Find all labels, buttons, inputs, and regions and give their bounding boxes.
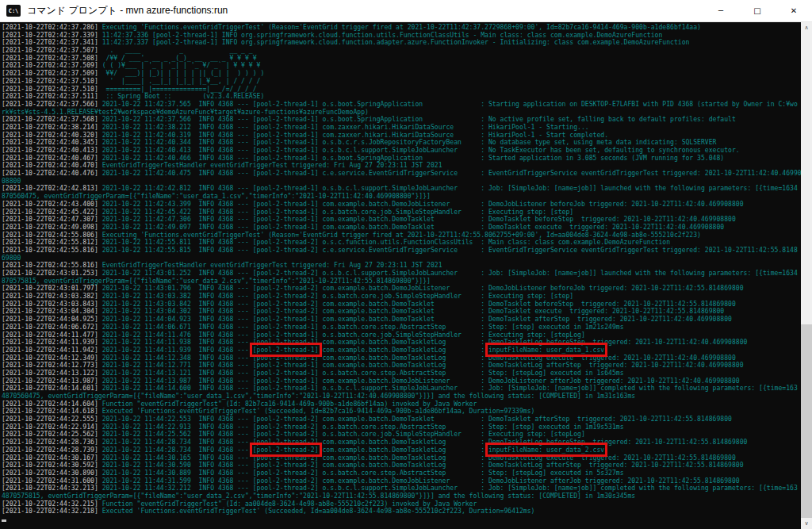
- log-timestamp: [2021-10-22T02:42:37.510]: [2, 77, 98, 85]
- log-text: 2021-10-22 11:42:40.466 INFO 4368 --- [p…: [98, 154, 724, 162]
- window-title: コマンド プロンプト - mvn azure-functions:run: [27, 4, 703, 17]
- log-text: . ____ _ __ _ _: [98, 46, 253, 54]
- log-timestamp: [2021-10-22T02:43:04.304]: [2, 307, 98, 315]
- log-text: 2021-10-22 11:42:40.413 INFO 4368 --- [p…: [98, 146, 740, 154]
- log-timestamp: [2021-10-22T02:44:22.555]: [2, 415, 98, 423]
- log-timestamp: [2021-10-22T02:42:37.511]: [2, 92, 98, 100]
- log-timestamp: [2021-10-22T02:42:37.286]: [2, 23, 98, 31]
- log-timestamp: [2021-10-22T02:42:55.806]: [2, 231, 98, 239]
- scroll-down-arrow-icon[interactable]: ∨: [801, 518, 812, 529]
- log-text: EventGridTriggerTestHandler eventGridTri…: [98, 161, 442, 169]
- log-timestamp: [2021-10-22T02:42:40.470]: [2, 161, 98, 169]
- log-text: 2021-10-22 11:44:32.212 INFO 4368 --- [p…: [98, 484, 798, 492]
- log-timestamp: [2021-10-22T02:44:30.890]: [2, 469, 98, 477]
- terminal-cursor: [2, 519, 6, 522]
- log-timestamp: [2021-10-22T02:42:40.467]: [2, 154, 98, 162]
- maximize-button[interactable]: □: [739, 0, 776, 21]
- log-timestamp: [2021-10-22T02:44:28.739]: [2, 446, 98, 454]
- log-text: 4870575815, eventGridTriggerParam=[{"fil…: [2, 492, 635, 500]
- scroll-up-arrow-icon[interactable]: ∧: [801, 22, 812, 33]
- titlebar[interactable]: C:\ コマンド プロンプト - mvn azure-functions:run…: [0, 0, 812, 22]
- log-text: 2021-10-22 11:44:13.121 INFO 4368 --- [p…: [98, 369, 624, 377]
- log-line: [2, 516, 801, 523]
- log-timestamp: [2021-10-22T02:44:14.604]: [2, 400, 98, 408]
- log-text: 2021-10-22 11:42:45.422 INFO 4368 --- [p…: [98, 208, 573, 216]
- close-button[interactable]: ✕: [776, 0, 812, 21]
- log-line: [2021-10-22T02:44:32.218] Executed 'Func…: [2, 508, 801, 516]
- log-timestamp: [2021-10-22T02:42:38.214]: [2, 123, 98, 131]
- log-line: [2021-10-22T02:42:40.476] 2021-10-22 11:…: [2, 170, 801, 178]
- log-timestamp: [2021-10-22T02:44:22.914]: [2, 423, 98, 431]
- log-text: 11:42:37.336 [pool-2-thread-1] INFO org.…: [98, 31, 662, 39]
- log-timestamp: [2021-10-22T02:43:03.382]: [2, 292, 98, 300]
- log-text: 2021-10-22 11:42:40.475 INFO 4368 --- [p…: [98, 169, 801, 177]
- log-text: 2021-10-22 11:44:28.734 INFO 4368 ---: [98, 446, 253, 454]
- log-text: /¥¥ / ___'_ __ _ _(_)_ __ __ _ ¥ ¥ ¥ ¥: [98, 54, 257, 62]
- log-timestamp: [2021-10-22T02:44:04.925]: [2, 315, 98, 323]
- log-text: 2021-10-22 11:44:12.771 INFO 4368 --- [p…: [98, 361, 744, 369]
- log-timestamp: [2021-10-22T02:44:12.349]: [2, 354, 98, 362]
- log-timestamp: [2021-10-22T02:44:11.939]: [2, 338, 98, 346]
- window-controls: ─ □ ✕: [703, 0, 812, 21]
- terminal-output[interactable]: [2021-10-22T02:42:37.286] Executing 'Fun…: [0, 22, 801, 529]
- log-text: 2021-10-22 11:44:06.671 INFO 4368 --- [p…: [98, 323, 624, 331]
- log-timestamp: [2021-10-22T02:42:40.345]: [2, 138, 98, 146]
- log-text: rk¥sts¥sts-4.5.1.RELEASE¥test2¥workspace…: [2, 108, 369, 116]
- minimize-button[interactable]: ─: [703, 0, 739, 21]
- log-text: ' |____| .__|_| |_|_| |_¥__, | / / / /: [98, 77, 261, 85]
- log-text: 2021-10-22 11:44:04.923 INFO 4368 --- [p…: [98, 315, 732, 323]
- highlight-input-file-2: inputFileName: user_data_2.csv: [488, 446, 604, 454]
- log-timestamp: [2021-10-22T02:42:37.341]: [2, 38, 98, 46]
- log-timestamp: [2021-10-22T02:42:55.812]: [2, 238, 98, 246]
- log-text: 2021-10-22 11:44:28.734 INFO 4368 --- [p…: [98, 438, 748, 446]
- log-timestamp: [2021-10-22T02:43:01.797]: [2, 284, 98, 292]
- log-text: ( ( )¥___ | '_ | '_| | '_ ¥/ _` | ¥ ¥ ¥ …: [98, 61, 261, 69]
- log-text: 2021-10-22 11:42:55.815 INFO 4368 --- [p…: [98, 246, 798, 254]
- log-text: Executing 'Functions.eventGridTriggerTes…: [98, 23, 701, 31]
- log-timestamp: [2021-10-22T02:44:28.736]: [2, 438, 98, 446]
- log-timestamp: [2021-10-22T02:44:32.218]: [2, 507, 98, 515]
- log-text: 2021-10-22 11:44:31.599 INFO 4368 --- [p…: [98, 477, 740, 485]
- log-text: Function "eventGridTriggerTest" (Id: aa0…: [98, 500, 477, 508]
- log-timestamp: [2021-10-22T02:44:32.213]: [2, 484, 98, 492]
- log-timestamp: [2021-10-22T02:44:13.122]: [2, 369, 98, 377]
- log-timestamp: [2021-10-22T02:44:32.215]: [2, 500, 98, 508]
- scrollbar-thumb[interactable]: [801, 324, 812, 518]
- log-text: Executed 'Functions.eventGridTriggerTest…: [98, 507, 535, 515]
- log-timestamp: [2021-10-22T02:42:37.510]: [2, 85, 98, 93]
- log-text: 08800: [2, 177, 21, 185]
- log-text: 2021-10-22 11:42:47.306 INFO 4368 --- [p…: [98, 215, 736, 223]
- log-timestamp: [2021-10-22T02:42:47.307]: [2, 215, 98, 223]
- log-text: :: Spring Boot :: (v2.3.4.RELEASE): [98, 92, 265, 100]
- log-text: 870560475, eventGridTriggerParam=[{"file…: [2, 192, 431, 200]
- cmd-prompt-icon: C:\: [6, 5, 21, 17]
- log-text: 2021-10-22 11:42:40.319 INFO 4368 --- [p…: [98, 131, 608, 139]
- log-text: 2021-10-22 11:44:22.913 INFO 4368 --- [p…: [98, 423, 624, 431]
- log-text: Executed 'Functions.eventGridTriggerTest…: [98, 407, 535, 415]
- cmd-window: C:\ コマンド プロンプト - mvn azure-functions:run…: [0, 0, 812, 529]
- log-timestamp: [2021-10-22T02:44:14.618]: [2, 407, 98, 415]
- log-timestamp: [2021-10-22T02:42:45.422]: [2, 208, 98, 216]
- log-text: 2021-10-22 11:44:30.165 INFO 4368 --- [p…: [98, 454, 736, 462]
- log-text: 2021-10-22 11:44:25.562 INFO 4368 --- [p…: [98, 430, 585, 438]
- log-text: com.example.batch.DemoTaskletLog :: [319, 346, 488, 354]
- log-text: 2021-10-22 11:42:37.565 INFO 4368 --- [p…: [98, 100, 798, 108]
- scrollbar-track[interactable]: [801, 33, 812, 518]
- log-timestamp: [2021-10-22T02:42:40.476]: [2, 169, 98, 177]
- log-timestamp: [2021-10-22T02:44:30.592]: [2, 461, 98, 469]
- log-timestamp: [2021-10-22T02:44:06.672]: [2, 323, 98, 331]
- log-text: 2021-10-22 11:42:43.399 INFO 4368 --- [p…: [98, 200, 744, 208]
- highlight-input-file-1: inputFileName: user_data_1.csv: [488, 346, 604, 354]
- scrollbar: ∧ ∨: [801, 22, 812, 529]
- log-timestamp: [2021-10-22T02:42:55.816]: [2, 261, 98, 269]
- log-timestamp: [2021-10-22T02:42:37.508]: [2, 54, 98, 62]
- log-text: 2021-10-22 11:42:38.212 INFO 4368 --- [p…: [98, 123, 589, 131]
- log-text: 69800: [2, 254, 21, 262]
- log-text: EventGridTriggerTestHandler eventGridTri…: [98, 261, 442, 269]
- log-timestamp: [2021-10-22T02:44:11.477]: [2, 331, 98, 339]
- log-text: 2021-10-22 11:43:03.382 INFO 4368 --- [p…: [98, 292, 573, 300]
- log-timestamp: [2021-10-22T02:44:13.987]: [2, 377, 98, 385]
- log-text: 2021-10-22 11:44:30.889 INFO 4368 --- [p…: [98, 469, 624, 477]
- highlight-pool-2-thread-2: [pool-2-thread-2]: [253, 446, 319, 454]
- log-timestamp: [2021-10-22T02:42:37.509]: [2, 69, 98, 77]
